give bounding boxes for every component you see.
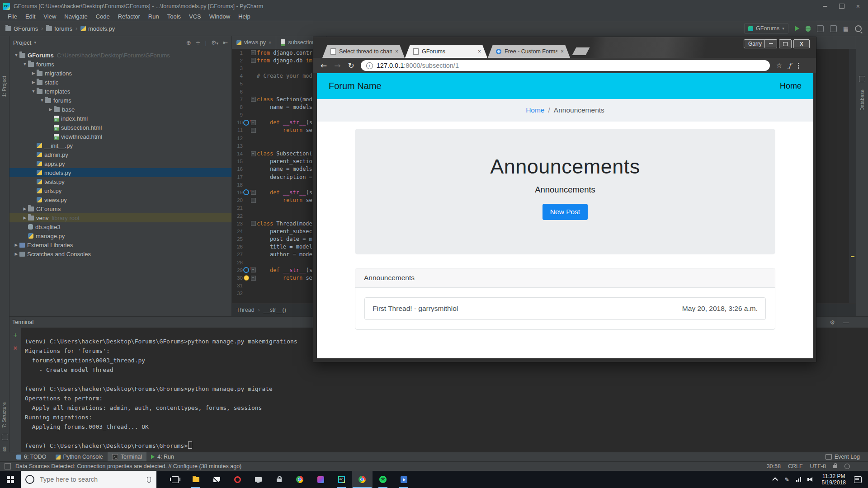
tree-item-admin.py[interactable]: admin.py <box>9 150 231 159</box>
line-separator[interactable]: CRLF <box>788 463 803 469</box>
nav-crumb-models.py[interactable]: models.py <box>80 25 115 32</box>
run-config-select[interactable]: GForums ▾ <box>744 23 788 34</box>
nav-crumb-gforums[interactable]: GForums <box>5 25 38 32</box>
taskbar-opera-icon[interactable] <box>227 471 248 488</box>
fold-icon[interactable]: − <box>251 120 256 125</box>
toolwindow-button----run[interactable]: 4: Run <box>146 452 179 462</box>
breadcrumb-method[interactable]: __str__() <box>264 307 286 313</box>
tool-window-switcher-icon[interactable] <box>5 463 11 469</box>
toolwindow-button-terminal[interactable]: >_Terminal <box>108 452 146 462</box>
fold-icon[interactable]: − <box>251 50 256 55</box>
file-encoding[interactable]: UTF-8 <box>810 463 826 469</box>
search-everywhere-icon[interactable] <box>855 25 862 32</box>
profiler-button[interactable] <box>830 25 837 32</box>
breadcrumb-home-link[interactable]: Home <box>526 106 544 114</box>
terminal-panel-title[interactable]: Terminal <box>12 319 33 325</box>
fold-icon[interactable]: − <box>251 267 256 272</box>
override-gutter-icon[interactable] <box>243 120 249 126</box>
terminal-output[interactable]: (venv) C:\Users\hacker\Desktop\Forums\GF… <box>25 337 297 450</box>
fold-icon[interactable]: − <box>251 221 256 226</box>
tree-item-manage.py[interactable]: manage.py <box>9 231 231 240</box>
project-panel-title[interactable]: Project <box>13 39 31 46</box>
tree-item-__init__.py[interactable]: __init__.py <box>9 141 231 150</box>
inspections-icon[interactable] <box>844 464 850 469</box>
menu-window[interactable]: Window <box>205 13 234 20</box>
taskbar-photos-icon[interactable] <box>310 471 331 488</box>
tree-item-apps.py[interactable]: apps.py <box>9 159 231 168</box>
forward-icon[interactable]: → <box>334 61 340 70</box>
tree-item-models.py[interactable]: models.py <box>9 168 231 177</box>
collapse-all-icon[interactable]: ÷ <box>196 39 201 46</box>
override-gutter-icon[interactable] <box>243 189 249 195</box>
tree-item-forums[interactable]: ▼forums <box>9 96 231 105</box>
tree-item-index.html[interactable]: index.html <box>9 114 231 123</box>
fold-icon[interactable]: − <box>251 190 256 195</box>
close-session-icon[interactable]: ✕ <box>13 345 18 352</box>
tree-item-gforums[interactable]: ▼GForumsC:\Users\hacker\Desktop\Forums\G… <box>9 51 231 60</box>
taskbar-pycharm-icon[interactable] <box>331 471 352 488</box>
close-tab-icon[interactable]: × <box>269 40 271 45</box>
editor-scrollbar[interactable] <box>849 49 856 304</box>
tree-item-venv[interactable]: ▶venvlibrary root <box>9 213 231 222</box>
tree-item-templates[interactable]: ▼templates <box>9 87 231 96</box>
editor-tab-views-py[interactable]: views.py× <box>232 36 276 49</box>
taskbar-computer-icon[interactable] <box>248 471 269 488</box>
intention-bulb-icon[interactable] <box>244 275 249 281</box>
close-icon[interactable]: × <box>856 4 860 9</box>
minimize-icon[interactable] <box>823 6 827 7</box>
caret-position[interactable]: 30:58 <box>767 463 781 469</box>
locate-icon[interactable]: ⊕ <box>186 39 191 46</box>
start-button[interactable] <box>0 471 21 488</box>
tree-item-subsection.html[interactable]: subsection.html <box>9 123 231 132</box>
taskbar-mail-icon[interactable] <box>206 471 227 488</box>
address-bar[interactable]: i 127.0.0.1:8000/subsection/1 <box>361 60 770 71</box>
toolwindow-button----todo[interactable]: 6: TODO <box>12 452 51 462</box>
microphone-icon[interactable] <box>147 477 151 483</box>
lock-icon[interactable] <box>833 465 837 468</box>
fold-icon[interactable]: − <box>251 128 256 133</box>
browser-tab-select-thread-to-change--[interactable]: Select thread to change |× <box>322 45 405 58</box>
taskbar-movies-tv-icon[interactable] <box>393 471 414 488</box>
debug-button[interactable] <box>806 26 811 32</box>
menu-code[interactable]: Code <box>92 13 114 20</box>
layers-icon[interactable] <box>859 76 865 82</box>
action-center-icon[interactable] <box>854 476 862 483</box>
fold-icon[interactable]: − <box>251 276 256 281</box>
nav-link-home[interactable]: Home <box>780 81 802 91</box>
profile-button[interactable]: Garry <box>744 39 766 48</box>
sidebar-item-project[interactable]: 1: Project <box>1 76 7 97</box>
new-session-icon[interactable]: + <box>13 332 17 338</box>
tree-item-external-libraries[interactable]: ▶External Libraries <box>9 240 231 249</box>
hidden-icons-chevron[interactable] <box>769 477 781 482</box>
run-button[interactable] <box>795 26 799 31</box>
menu-file[interactable]: File <box>4 13 21 20</box>
maximize-icon[interactable] <box>779 39 792 48</box>
taskbar-file-explorer-icon[interactable] <box>185 471 206 488</box>
menu-navigate[interactable]: Navigate <box>60 13 91 20</box>
fold-icon[interactable]: − <box>251 151 256 156</box>
menu-view[interactable]: View <box>39 13 60 20</box>
menu-edit[interactable]: Edit <box>21 13 39 20</box>
toolwindow-button-python-console[interactable]: Python Console <box>51 452 108 462</box>
taskbar-chrome-active-icon[interactable] <box>352 471 373 488</box>
nav-crumb-forums[interactable]: forums <box>46 25 72 32</box>
tree-item-static[interactable]: ▶static <box>9 78 231 87</box>
tree-item-scratches-and-consoles[interactable]: ▶Scratches and Consoles <box>9 249 231 258</box>
breadcrumb-class[interactable]: Thread <box>236 307 255 313</box>
network-icon[interactable] <box>793 477 805 482</box>
new-post-button[interactable]: New Post <box>542 204 588 220</box>
fold-icon[interactable]: − <box>251 97 256 102</box>
menu-run[interactable]: Run <box>144 13 163 20</box>
site-brand[interactable]: Forum Name <box>329 81 382 91</box>
browser-tab-gforums[interactable]: GForums× <box>405 45 487 58</box>
taskbar-task-view-icon[interactable] <box>165 471 185 488</box>
grid-icon[interactable]: ▦ <box>843 26 849 32</box>
tree-item-migrations[interactable]: ▶migrations <box>9 69 231 78</box>
tree-item-viewthread.html[interactable]: viewthread.html <box>9 132 231 141</box>
close-tab-icon[interactable]: × <box>395 48 398 55</box>
page-info-icon[interactable]: i <box>366 62 373 69</box>
maximize-icon[interactable] <box>839 4 844 9</box>
minimize-icon[interactable] <box>764 39 777 48</box>
tree-item-gforums[interactable]: ▶GForums <box>9 204 231 213</box>
thread-list-item[interactable]: First Thread! - garrysmithlol May 20, 20… <box>364 297 766 320</box>
